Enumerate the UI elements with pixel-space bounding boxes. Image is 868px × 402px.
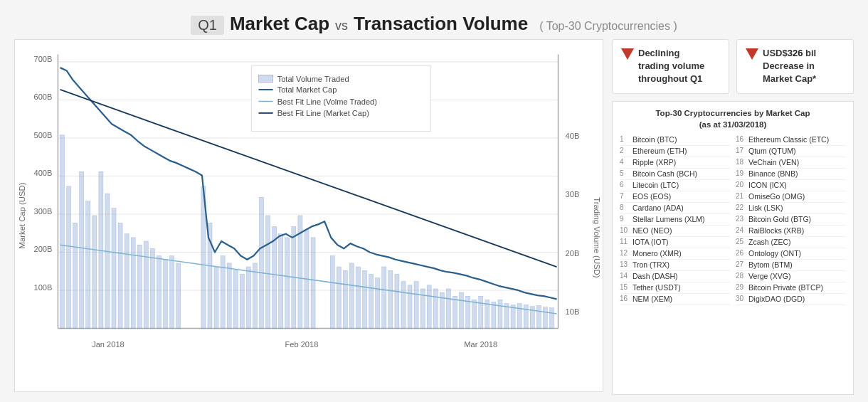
crypto-num: 4 — [620, 158, 633, 166]
svg-rect-59 — [285, 238, 290, 329]
sub-label: ( Top-30 Cryptocurrencies ) — [539, 20, 677, 33]
crypto-row: 24RaiBlocks (XRB) — [736, 226, 846, 237]
svg-text:Market Cap (USD): Market Cap (USD) — [18, 182, 26, 248]
svg-rect-70 — [369, 274, 374, 328]
svg-rect-32 — [92, 216, 97, 328]
crypto-num: 30 — [736, 295, 748, 303]
declining-stat-box: Decliningtrading volumethroughout Q1 — [612, 39, 729, 94]
svg-rect-29 — [73, 223, 78, 328]
svg-rect-36 — [118, 223, 122, 328]
crypto-row: 28Verge (XVG) — [736, 271, 846, 282]
crypto-col-right: 16Ethereum Classic (ETC)17Qtum (QTUM)18V… — [736, 134, 846, 305]
crypto-num: 29 — [736, 283, 748, 292]
crypto-row: 12Monero (XMR) — [620, 248, 730, 260]
crypto-name: OmiseGo (OMG) — [748, 192, 846, 201]
svg-rect-30 — [80, 171, 84, 328]
svg-text:Total Volume Traded: Total Volume Traded — [277, 75, 349, 83]
crypto-row: 9Stellar Lumens (XLM) — [620, 214, 730, 226]
crypto-name: Cardano (ADA) — [633, 203, 730, 212]
svg-rect-82 — [446, 289, 450, 329]
crypto-name: VeChain (VEN) — [748, 158, 846, 166]
svg-text:30B: 30B — [566, 190, 580, 199]
svg-text:40B: 40B — [566, 132, 580, 140]
svg-rect-87 — [479, 296, 483, 328]
svg-rect-40 — [144, 241, 148, 328]
main-container: Q1 Market Cap vs Transaction Volume ( To… — [0, 0, 868, 402]
crypto-row: 16Ethereum Classic (ETC) — [736, 134, 846, 146]
svg-rect-83 — [452, 296, 457, 328]
crypto-table: Top-30 Cryptocurrencies by Market Cap (a… — [612, 101, 854, 395]
crypto-name: DigixDAO (DGD) — [748, 295, 846, 303]
crypto-row: 1Bitcoin (BTC) — [620, 134, 730, 146]
svg-rect-68 — [356, 267, 360, 328]
svg-rect-86 — [472, 300, 477, 328]
transaction-label: Transaction Volume — [354, 13, 528, 35]
svg-rect-90 — [498, 300, 502, 328]
svg-rect-41 — [150, 248, 154, 328]
crypto-name: Bytom (BTM) — [748, 260, 846, 269]
svg-text:600B: 600B — [34, 92, 53, 101]
declining-arrow-icon — [621, 48, 634, 60]
crypto-name: Stellar Lumens (XLM) — [633, 215, 730, 223]
svg-rect-42 — [157, 256, 161, 329]
crypto-row: 22Lisk (LSK) — [736, 203, 846, 214]
crypto-row: 26Ontology (ONT) — [736, 248, 846, 260]
crypto-row: 21OmiseGo (OMG) — [736, 191, 846, 203]
crypto-name: Bitcoin Private (BTCP) — [748, 283, 846, 292]
crypto-num: 16 — [620, 295, 633, 303]
crypto-num: 22 — [736, 203, 748, 212]
svg-rect-53 — [246, 267, 250, 328]
svg-rect-75 — [401, 282, 406, 329]
crypto-name: Bitcoin Cash (BCH) — [633, 169, 730, 178]
svg-text:Trading Volume (USD): Trading Volume (USD) — [593, 197, 601, 278]
svg-rect-52 — [240, 274, 244, 328]
crypto-num: 21 — [736, 192, 748, 201]
crypto-name: RaiBlocks (XRB) — [748, 226, 846, 235]
crypto-num: 24 — [736, 226, 748, 235]
crypto-num: 20 — [736, 181, 748, 189]
svg-rect-44 — [170, 256, 174, 329]
svg-rect-66 — [343, 270, 347, 328]
declining-stat-text: Decliningtrading volumethroughout Q1 — [638, 47, 704, 86]
crypto-row: 13Tron (TRX) — [620, 260, 730, 271]
crypto-row: 14Dash (DASH) — [620, 271, 730, 282]
crypto-name: Bitcoin (BTC) — [633, 135, 730, 144]
svg-rect-92 — [511, 305, 515, 329]
crypto-row: 4Ripple (XRP) — [620, 157, 730, 169]
svg-rect-56 — [266, 216, 270, 328]
crypto-num: 28 — [736, 272, 748, 280]
q1-label: Q1 — [191, 16, 224, 35]
svg-rect-71 — [376, 277, 380, 328]
crypto-name: Zcash (ZEC) — [748, 238, 846, 246]
crypto-num: 8 — [620, 203, 633, 212]
crypto-row: 27Bytom (BTM) — [736, 260, 846, 271]
svg-rect-80 — [433, 289, 438, 329]
crypto-num: 14 — [620, 272, 633, 280]
crypto-num: 1 — [620, 135, 633, 144]
crypto-num: 25 — [736, 238, 748, 246]
svg-rect-37 — [125, 234, 129, 329]
svg-rect-54 — [253, 263, 257, 329]
crypto-name: Monero (XMR) — [633, 249, 730, 258]
page-header: Q1 Market Cap vs Transaction Volume ( To… — [14, 7, 854, 39]
crypto-name: Binance (BNB) — [748, 169, 846, 178]
svg-text:Total Market Cap: Total Market Cap — [277, 85, 337, 94]
crypto-row: 10NEO (NEO) — [620, 226, 730, 237]
crypto-name: NEO (NEO) — [633, 226, 730, 235]
svg-rect-76 — [408, 285, 412, 329]
svg-rect-64 — [330, 256, 334, 329]
svg-rect-98 — [549, 308, 554, 329]
crypto-num: 9 — [620, 215, 633, 223]
crypto-name: EOS (EOS) — [633, 192, 730, 201]
crypto-num: 18 — [736, 158, 748, 166]
crypto-row: 15Tether (USDT) — [620, 282, 730, 294]
svg-text:Best Fit Line (Market Cap): Best Fit Line (Market Cap) — [277, 109, 369, 117]
crypto-row: 17Qtum (QTUM) — [736, 146, 846, 157]
crypto-num: 13 — [620, 260, 633, 269]
crypto-name: Tron (TRX) — [633, 260, 730, 269]
crypto-row: 23Bitcoin Gold (BTG) — [736, 214, 846, 226]
crypto-table-title: Top-30 Cryptocurrencies by Market Cap (a… — [620, 107, 846, 130]
svg-rect-89 — [492, 302, 496, 328]
crypto-num: 5 — [620, 169, 633, 178]
crypto-name: IOTA (IOT) — [633, 238, 730, 246]
